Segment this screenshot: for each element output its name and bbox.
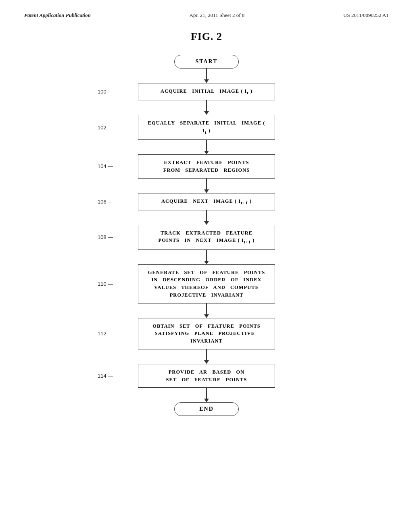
step-box-100: ACQUIRE INITIAL IMAGE ( It )	[138, 83, 275, 100]
step-label-114: 114 ―	[98, 373, 113, 379]
step-row-114: 114 ― PROVIDE AR BASED ONSET OF FEATURE …	[86, 364, 327, 388]
step-row-102: 102 ― EQUALLY SEPARATE INITIAL IMAGE ( I…	[86, 115, 327, 140]
header-center: Apr. 21, 2011 Sheet 2 of 8	[190, 12, 245, 19]
arrow-7	[204, 349, 209, 364]
step-row-112: 112 ― OBTAIN SET OF FEATURE POINTSSATISF…	[86, 318, 327, 349]
step-box-108: TRACK EXTRACTED FEATUREPOINTS IN NEXT IM…	[138, 225, 275, 250]
step-box-112: OBTAIN SET OF FEATURE POINTSSATISFYING P…	[138, 318, 275, 349]
arrow-4	[204, 210, 209, 225]
step-label-106: 106 ―	[98, 199, 113, 205]
arrow-0	[204, 69, 209, 83]
start-label: START	[195, 58, 217, 64]
step-box-114: PROVIDE AR BASED ONSET OF FEATURE POINTS	[138, 364, 275, 388]
step-label-104: 104 ―	[98, 163, 113, 169]
start-oval: START	[174, 55, 239, 69]
arrow-8	[204, 388, 209, 402]
figure-title: FIG. 2	[24, 31, 389, 43]
step-label-110: 110 ―	[98, 281, 113, 287]
header-left: Patent Application Publication	[24, 12, 91, 19]
arrow-1	[204, 100, 209, 115]
step-row-110: 110 ― GENERATE SET OF FEATURE POINTSIN D…	[86, 264, 327, 303]
arrow-6	[204, 303, 209, 318]
step-label-112: 112 ―	[98, 330, 113, 337]
page-header: Patent Application Publication Apr. 21, …	[24, 12, 389, 23]
page: Patent Application Publication Apr. 21, …	[0, 0, 413, 532]
step-row-108: 108 ― TRACK EXTRACTED FEATUREPOINTS IN N…	[86, 225, 327, 250]
step-box-106: ACQUIRE NEXT IMAGE ( It+1 )	[138, 193, 275, 210]
step-box-104: EXTRACT FEATURE POINTSFROM SEPARATED REG…	[138, 154, 275, 179]
step-label-102: 102 ―	[98, 125, 113, 131]
arrow-5	[204, 250, 209, 264]
end-oval: END	[174, 402, 239, 416]
step-row-104: 104 ― EXTRACT FEATURE POINTSFROM SEPARAT…	[86, 154, 327, 179]
step-box-102: EQUALLY SEPARATE INITIAL IMAGE ( It )	[138, 115, 275, 140]
end-label: END	[199, 406, 214, 412]
step-row-106: 106 ― ACQUIRE NEXT IMAGE ( It+1 )	[86, 193, 327, 210]
arrow-3	[204, 179, 209, 193]
arrow-2	[204, 140, 209, 154]
step-box-110: GENERATE SET OF FEATURE POINTSIN DESCEND…	[138, 264, 275, 303]
step-label-100: 100 ―	[98, 89, 113, 95]
step-row-100: 100 ― ACQUIRE INITIAL IMAGE ( It )	[86, 83, 327, 100]
header-right: US 2011/0090252 A1	[343, 12, 389, 19]
flowchart: START 100 ― ACQUIRE INITIAL IMAGE ( It )…	[24, 55, 389, 416]
step-label-108: 108 ―	[98, 234, 113, 240]
